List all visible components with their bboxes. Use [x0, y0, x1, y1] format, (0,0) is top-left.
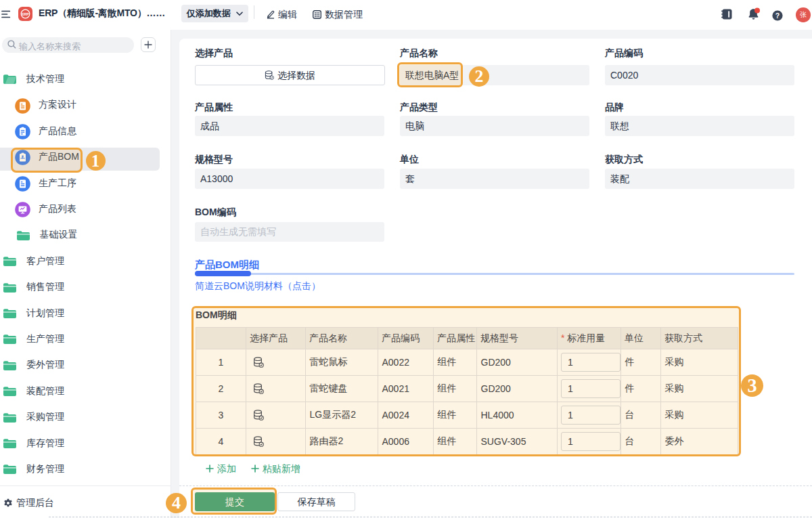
svg-text:ERP: ERP [22, 12, 29, 16]
svg-text:?: ? [775, 11, 779, 19]
